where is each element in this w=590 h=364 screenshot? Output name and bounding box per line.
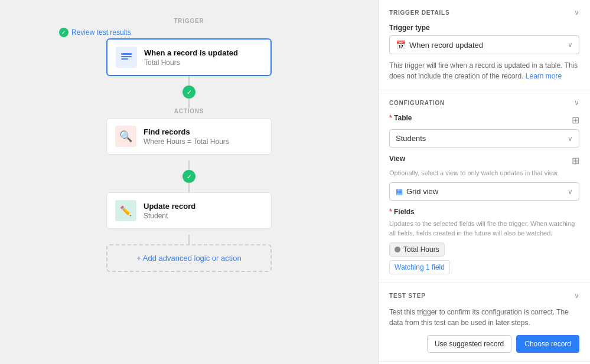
- actions-section-label: ACTIONS: [174, 108, 204, 114]
- add-action-button[interactable]: + Add advanced logic or action: [106, 244, 272, 272]
- trigger-card-wrapper: When a record is updated Total Hours: [106, 38, 272, 76]
- find-records-title: Find records: [144, 127, 229, 136]
- view-description: Optionally, select a view to only watch …: [389, 169, 579, 178]
- table-expand-icon[interactable]: ⊞: [572, 114, 579, 126]
- update-record-wrapper: ✏️ Update record Student: [106, 192, 272, 235]
- configuration-label: CONFIGURATION: [389, 100, 445, 106]
- find-records-wrapper: 🔍 Find records Where Hours = Total Hours: [106, 118, 272, 160]
- svg-rect-2: [121, 58, 128, 60]
- test-step-label: TEST STEP: [389, 293, 426, 299]
- review-check-icon: ✓: [59, 28, 69, 37]
- update-record-icon: ✏️: [115, 200, 136, 221]
- right-panel: TRIGGER DETAILS ∨ Trigger type 📅 When re…: [378, 0, 590, 364]
- test-step-chevron[interactable]: ∨: [574, 291, 579, 300]
- grid-view-icon: ▦: [396, 187, 403, 196]
- find-records-subtitle: Where Hours = Total Hours: [144, 137, 229, 146]
- table-value-wrapper: Students: [396, 134, 426, 143]
- update-record-card[interactable]: ✏️ Update record Student: [106, 192, 272, 229]
- left-panel: TRIGGER ✓ Review test results When a rec…: [0, 0, 378, 364]
- review-test-row: ✓ Review test results: [59, 28, 131, 37]
- trigger-type-value-wrapper: 📅 When record updated: [396, 40, 483, 50]
- step-check-1: ✓: [182, 86, 195, 99]
- view-expand-icon[interactable]: ⊞: [572, 155, 579, 166]
- view-chevron: ∨: [568, 188, 573, 196]
- trigger-description: This trigger will fire when a record is …: [389, 60, 579, 81]
- trigger-card-subtitle: Total Hours: [144, 58, 238, 67]
- table-value: Students: [396, 134, 426, 143]
- test-step-section: TEST STEP ∨ Test this trigger to confirm…: [379, 283, 590, 362]
- view-value-wrapper: ▦ Grid view: [396, 187, 438, 196]
- view-field-label: View: [389, 155, 405, 163]
- learn-more-link[interactable]: Learn more: [526, 72, 562, 80]
- watching-badge[interactable]: Watching 1 field: [389, 260, 450, 274]
- trigger-type-dropdown[interactable]: 📅 When record updated ∨: [389, 35, 579, 54]
- configuration-chevron[interactable]: ∨: [574, 99, 579, 107]
- configuration-header: CONFIGURATION ∨: [389, 99, 579, 107]
- connector-line-2: [188, 99, 190, 108]
- flow-content: TRIGGER ✓ Review test results When a rec…: [24, 12, 354, 272]
- trigger-details-label: TRIGGER DETAILS: [389, 9, 449, 16]
- use-suggested-record-button[interactable]: Use suggested record: [427, 335, 511, 353]
- find-records-card[interactable]: 🔍 Find records Where Hours = Total Hours: [106, 118, 272, 155]
- trigger-card[interactable]: When a record is updated Total Hours: [106, 38, 272, 76]
- test-buttons: Use suggested record Choose record: [389, 335, 579, 353]
- connector-line-3: [188, 160, 190, 170]
- choose-record-button[interactable]: Choose record: [516, 335, 579, 353]
- watching-badge-wrapper: Watching 1 field: [389, 260, 579, 274]
- trigger-section-label: TRIGGER: [174, 18, 204, 24]
- fields-label: Fields: [389, 208, 579, 216]
- svg-rect-0: [121, 53, 132, 55]
- table-field-label: Table: [389, 114, 412, 122]
- view-dropdown[interactable]: ▦ Grid view ∨: [389, 182, 579, 201]
- update-record-title: Update record: [144, 202, 195, 211]
- trigger-type-label: Trigger type: [389, 24, 579, 32]
- step-check-2: ✓: [182, 170, 195, 183]
- trigger-details-section: TRIGGER DETAILS ∨ Trigger type 📅 When re…: [379, 0, 590, 90]
- trigger-card-text: When a record is updated Total Hours: [144, 48, 238, 67]
- total-hours-tag-icon: [395, 247, 400, 252]
- trigger-card-title: When a record is updated: [144, 48, 238, 57]
- fields-tags: Total Hours: [389, 242, 579, 260]
- table-dropdown[interactable]: Students ∨: [389, 129, 579, 147]
- trigger-type-chevron: ∨: [568, 41, 573, 49]
- trigger-icon: [116, 47, 137, 68]
- update-record-text: Update record Student: [144, 202, 195, 220]
- connector-line-1: [188, 76, 190, 86]
- table-chevron: ∨: [568, 135, 573, 143]
- calendar-icon: 📅: [396, 40, 406, 50]
- connector-line-4: [188, 183, 190, 192]
- results-section: RESULTS ∨ Step successful Step run 38 mi…: [379, 362, 590, 364]
- test-step-header: TEST STEP ∨: [389, 291, 579, 300]
- trigger-type-value: When record updated: [409, 41, 483, 50]
- find-records-icon: 🔍: [115, 126, 136, 147]
- configuration-section: CONFIGURATION ∨ Table ⊞ Students ∨ View …: [379, 90, 590, 283]
- update-record-subtitle: Student: [144, 212, 195, 220]
- total-hours-tag[interactable]: Total Hours: [389, 242, 445, 257]
- view-value: Grid view: [406, 187, 438, 196]
- svg-rect-1: [121, 56, 132, 57]
- trigger-details-chevron[interactable]: ∨: [574, 8, 579, 17]
- connector-line-5: [188, 235, 190, 244]
- fields-description: Updates to the selected fields will fire…: [389, 219, 579, 238]
- review-test-link[interactable]: Review test results: [71, 28, 131, 37]
- trigger-details-header: TRIGGER DETAILS ∨: [389, 8, 579, 17]
- find-records-text: Find records Where Hours = Total Hours: [144, 127, 229, 146]
- test-description: Test this trigger to confirm its configu…: [389, 307, 579, 328]
- total-hours-tag-label: Total Hours: [403, 245, 439, 254]
